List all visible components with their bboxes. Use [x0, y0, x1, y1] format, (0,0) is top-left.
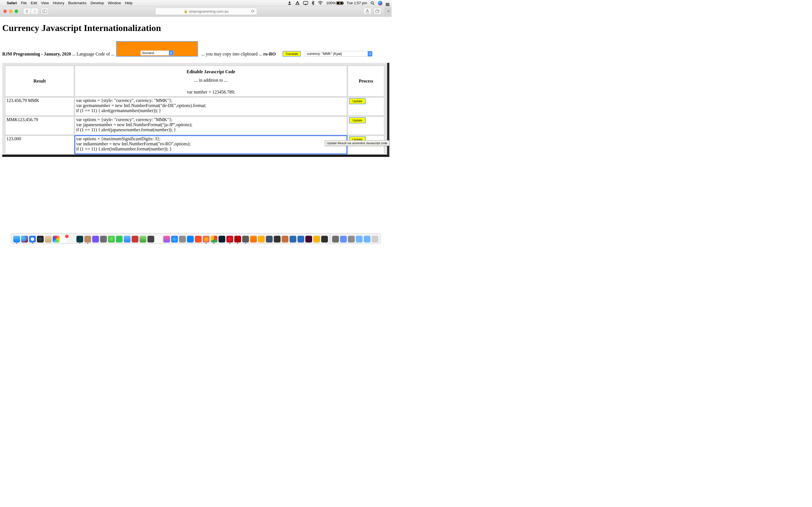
- statusicon-wifi-icon[interactable]: [318, 1, 323, 5]
- forward-button[interactable]: [31, 8, 39, 15]
- dock-app-npm[interactable]: [132, 236, 139, 242]
- lock-icon: 🔒: [184, 10, 188, 13]
- statusicon-bluetooth-icon[interactable]: [312, 1, 314, 5]
- dock-app-finder[interactable]: [13, 236, 20, 242]
- menubar-app-name[interactable]: Safari: [7, 1, 17, 5]
- dock-app-brave[interactable]: [195, 236, 202, 242]
- page-lead-rest: ... Language Code of ...: [71, 52, 114, 56]
- dock-app-mamp2[interactable]: [242, 236, 249, 242]
- update-button[interactable]: Update: [349, 98, 366, 104]
- dock-app-xcode[interactable]: [187, 236, 194, 242]
- svg-rect-2: [288, 4, 291, 5]
- dock-app-shell[interactable]: [313, 236, 320, 242]
- new-tab-button[interactable]: +: [385, 7, 392, 15]
- dock-app-folder1[interactable]: [356, 236, 363, 242]
- dock-app-r[interactable]: [297, 236, 304, 242]
- dock-app-numbers[interactable]: [140, 236, 146, 242]
- code-textarea[interactable]: [76, 117, 346, 133]
- language-highlight-box: Română ▲▼: [116, 41, 198, 57]
- dock-app-siri[interactable]: [21, 236, 28, 242]
- dock-app-rstudio[interactable]: [290, 236, 296, 242]
- address-bar[interactable]: 🔒 rjmprogramming.com.au ⟳: [155, 8, 257, 15]
- menu-edit[interactable]: Edit: [31, 1, 37, 5]
- dock-app-music[interactable]: [163, 236, 170, 242]
- language-select[interactable]: Română: [140, 50, 174, 55]
- dock-app-app1[interactable]: [92, 236, 99, 242]
- dock-app-photoshop[interactable]: [218, 236, 225, 242]
- sidebar-button[interactable]: [41, 8, 49, 15]
- dock-app-bird[interactable]: [266, 236, 273, 242]
- dock-app-dashlane[interactable]: [77, 236, 83, 242]
- menubar-clock[interactable]: Tue 1:57 pm: [347, 1, 367, 5]
- dock-app-messages[interactable]: [108, 236, 115, 242]
- statusicon-malware-icon[interactable]: [295, 1, 300, 5]
- statusicon-siri-icon[interactable]: [378, 1, 382, 5]
- code-textarea[interactable]: [76, 136, 346, 152]
- process-cell: Update: [348, 116, 384, 135]
- dock-app-recent1[interactable]: [332, 236, 339, 242]
- dock-app-contacts[interactable]: [45, 236, 52, 242]
- dock-app-gimp[interactable]: [84, 236, 91, 242]
- svg-rect-9: [43, 10, 47, 13]
- macos-menubar: Safari File Edit View History Bookmarks …: [0, 0, 392, 6]
- update-button[interactable]: Update: [349, 117, 366, 123]
- dock-app-puppet[interactable]: [282, 236, 289, 242]
- statusicon-notifications-icon[interactable]: [386, 0, 389, 6]
- dock-app-line[interactable]: [116, 236, 123, 242]
- statusicon-display-icon[interactable]: [303, 1, 308, 5]
- close-window-button[interactable]: [3, 10, 7, 13]
- menu-window[interactable]: Window: [108, 1, 121, 5]
- svg-rect-1: [290, 3, 290, 4]
- dock-app-opera[interactable]: [226, 236, 233, 242]
- result-cell: 123.456,79 MMK: [5, 97, 74, 116]
- dock-app-safari[interactable]: [29, 236, 36, 242]
- share-button[interactable]: [363, 8, 371, 15]
- dock-app-flags[interactable]: [321, 236, 328, 242]
- back-button[interactable]: [23, 8, 31, 15]
- dock-app-firefox[interactable]: [203, 236, 209, 242]
- statusicon-joystick-icon[interactable]: [287, 1, 292, 5]
- statusicon-spotlight-icon[interactable]: [370, 1, 374, 5]
- show-tabs-button[interactable]: [373, 8, 382, 15]
- dock-app-appstore[interactable]: [171, 236, 178, 242]
- url-host: rjmprogramming.com.au: [189, 9, 229, 13]
- translate-button[interactable]: Translate: [283, 51, 301, 57]
- svg-rect-4: [303, 1, 308, 4]
- currency-select[interactable]: currency: "MMK" (Kyat): [305, 51, 372, 57]
- menu-help[interactable]: Help: [125, 1, 133, 5]
- dock-app-cloud[interactable]: [124, 236, 131, 242]
- dock-app-prohibit[interactable]: [155, 236, 162, 242]
- menu-bookmarks[interactable]: Bookmarks: [68, 1, 87, 5]
- dock-app-cat[interactable]: [274, 236, 281, 242]
- dock-app-preferences[interactable]: [179, 236, 186, 242]
- code-textarea[interactable]: [76, 98, 346, 114]
- dock-app-audacity[interactable]: [258, 236, 265, 242]
- dock-app-trash[interactable]: [371, 236, 378, 242]
- dock-app-recent2[interactable]: [340, 236, 347, 242]
- statusicon-battery[interactable]: 100% ⚡: [326, 1, 343, 5]
- dock-app-app2[interactable]: [100, 236, 107, 242]
- reload-icon[interactable]: ⟳: [251, 9, 255, 13]
- dock-app-filezilla[interactable]: [234, 236, 241, 242]
- header-code-sub: ... in addition to ...: [76, 78, 346, 83]
- dock-app-xd[interactable]: [305, 236, 312, 242]
- table-header-row: Result Editable Javascript Code ... in a…: [5, 66, 384, 97]
- dock-app-vlc[interactable]: [250, 236, 257, 242]
- dock-app-mamp[interactable]: [147, 236, 154, 242]
- zoom-window-button[interactable]: [15, 10, 18, 13]
- svg-rect-5: [305, 4, 306, 5]
- dock-app-downloads[interactable]: [348, 236, 355, 242]
- menu-history[interactable]: History: [53, 1, 64, 5]
- menu-develop[interactable]: Develop: [91, 1, 104, 5]
- locale-code: ro-RO: [263, 52, 276, 56]
- minimize-window-button[interactable]: [9, 10, 12, 13]
- dock-app-calendar[interactable]: 7: [61, 236, 67, 242]
- dock-app-chrome[interactable]: [211, 236, 217, 242]
- dock-app-dashboard[interactable]: [37, 236, 44, 242]
- dock-app-paintbrush[interactable]: [68, 236, 75, 242]
- dock-app-photos[interactable]: [53, 236, 59, 242]
- window-controls: [3, 10, 18, 13]
- dock-app-folder2[interactable]: [364, 236, 370, 242]
- menu-file[interactable]: File: [21, 1, 27, 5]
- menu-view[interactable]: View: [41, 1, 49, 5]
